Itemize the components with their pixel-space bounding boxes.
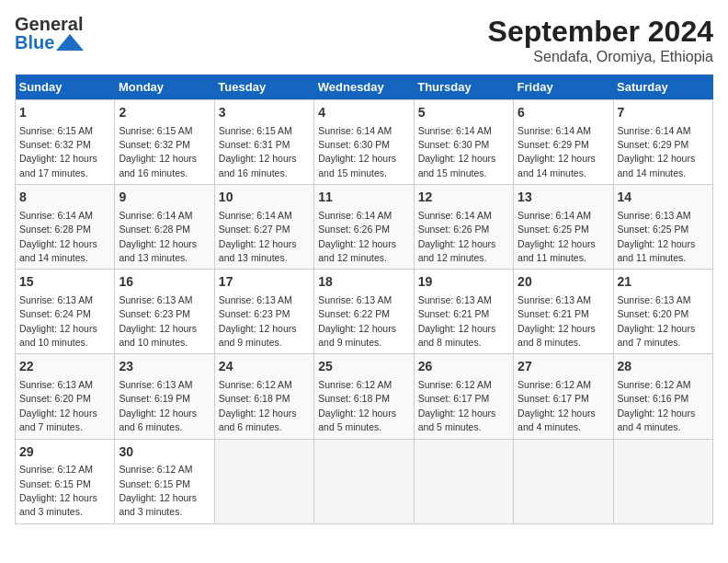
logo-general-text: General — [15, 15, 84, 33]
day-info: Sunrise: 6:12 AM Sunset: 6:16 PM Dayligh… — [618, 379, 696, 432]
calendar-cell: 24Sunrise: 6:12 AM Sunset: 6:18 PM Dayli… — [214, 354, 313, 439]
calendar-cell: 8Sunrise: 6:14 AM Sunset: 6:28 PM Daylig… — [16, 185, 115, 270]
calendar-cell: 28Sunrise: 6:12 AM Sunset: 6:16 PM Dayli… — [613, 354, 712, 439]
logo-icon — [56, 34, 84, 51]
calendar-cell: 10Sunrise: 6:14 AM Sunset: 6:27 PM Dayli… — [214, 185, 313, 270]
day-number: 5 — [418, 104, 509, 122]
day-number: 27 — [518, 358, 609, 376]
calendar-cell: 27Sunrise: 6:12 AM Sunset: 6:17 PM Dayli… — [514, 354, 613, 439]
day-info: Sunrise: 6:12 AM Sunset: 6:18 PM Dayligh… — [318, 379, 396, 432]
calendar-cell — [414, 439, 513, 523]
calendar-week-1: 1Sunrise: 6:15 AM Sunset: 6:32 PM Daylig… — [16, 100, 713, 185]
calendar-cell — [613, 439, 712, 523]
day-number: 30 — [119, 443, 210, 462]
day-info: Sunrise: 6:14 AM Sunset: 6:29 PM Dayligh… — [518, 125, 596, 178]
calendar-cell: 9Sunrise: 6:14 AM Sunset: 6:28 PM Daylig… — [115, 185, 214, 270]
calendar-week-3: 15Sunrise: 6:13 AM Sunset: 6:24 PM Dayli… — [16, 270, 713, 354]
day-info: Sunrise: 6:15 AM Sunset: 6:32 PM Dayligh… — [19, 125, 97, 178]
day-info: Sunrise: 6:12 AM Sunset: 6:18 PM Dayligh… — [219, 379, 297, 432]
day-info: Sunrise: 6:13 AM Sunset: 6:25 PM Dayligh… — [618, 210, 696, 263]
calendar-cell: 7Sunrise: 6:14 AM Sunset: 6:29 PM Daylig… — [613, 100, 712, 185]
calendar-cell: 30Sunrise: 6:12 AM Sunset: 6:15 PM Dayli… — [115, 439, 214, 523]
day-number: 21 — [618, 273, 709, 292]
day-number: 15 — [19, 273, 110, 292]
calendar-cell: 22Sunrise: 6:13 AM Sunset: 6:20 PM Dayli… — [16, 354, 115, 439]
day-info: Sunrise: 6:12 AM Sunset: 6:17 PM Dayligh… — [518, 379, 596, 432]
calendar-cell: 3Sunrise: 6:15 AM Sunset: 6:31 PM Daylig… — [214, 100, 313, 185]
page-title: September 2024 — [488, 15, 713, 49]
day-number: 4 — [318, 104, 409, 122]
calendar-cell — [214, 439, 313, 523]
col-header-wednesday: Wednesday — [314, 75, 414, 100]
day-info: Sunrise: 6:15 AM Sunset: 6:31 PM Dayligh… — [219, 125, 297, 178]
day-number: 11 — [318, 189, 409, 207]
calendar-cell: 21Sunrise: 6:13 AM Sunset: 6:20 PM Dayli… — [613, 270, 712, 354]
day-number: 20 — [518, 273, 609, 292]
logo-name: General Blue — [15, 15, 84, 52]
day-info: Sunrise: 6:13 AM Sunset: 6:21 PM Dayligh… — [418, 294, 496, 348]
day-number: 29 — [19, 443, 110, 462]
calendar-cell: 12Sunrise: 6:14 AM Sunset: 6:26 PM Dayli… — [414, 185, 513, 270]
day-number: 2 — [119, 104, 210, 122]
day-number: 17 — [219, 273, 310, 292]
col-header-saturday: Saturday — [613, 75, 712, 100]
day-info: Sunrise: 6:13 AM Sunset: 6:23 PM Dayligh… — [219, 294, 297, 348]
day-number: 24 — [219, 358, 310, 376]
day-info: Sunrise: 6:14 AM Sunset: 6:28 PM Dayligh… — [19, 210, 97, 263]
calendar-cell: 25Sunrise: 6:12 AM Sunset: 6:18 PM Dayli… — [314, 354, 414, 439]
day-number: 23 — [119, 358, 210, 376]
day-number: 7 — [618, 104, 709, 122]
calendar-cell: 2Sunrise: 6:15 AM Sunset: 6:32 PM Daylig… — [115, 100, 214, 185]
day-info: Sunrise: 6:13 AM Sunset: 6:19 PM Dayligh… — [119, 379, 197, 432]
title-block: September 2024 Sendafa, Oromiya, Ethiopi… — [488, 15, 713, 65]
day-number: 6 — [518, 104, 609, 122]
day-info: Sunrise: 6:14 AM Sunset: 6:27 PM Dayligh… — [219, 210, 297, 263]
calendar-cell: 29Sunrise: 6:12 AM Sunset: 6:15 PM Dayli… — [16, 439, 115, 523]
day-info: Sunrise: 6:13 AM Sunset: 6:20 PM Dayligh… — [618, 294, 696, 348]
day-info: Sunrise: 6:13 AM Sunset: 6:23 PM Dayligh… — [119, 294, 197, 348]
day-number: 25 — [318, 358, 409, 376]
day-info: Sunrise: 6:14 AM Sunset: 6:26 PM Dayligh… — [318, 210, 396, 263]
day-info: Sunrise: 6:13 AM Sunset: 6:24 PM Dayligh… — [19, 294, 97, 348]
col-header-monday: Monday — [115, 75, 214, 100]
calendar-cell: 20Sunrise: 6:13 AM Sunset: 6:21 PM Dayli… — [514, 270, 613, 354]
calendar-cell: 6Sunrise: 6:14 AM Sunset: 6:29 PM Daylig… — [514, 100, 613, 185]
calendar-cell: 19Sunrise: 6:13 AM Sunset: 6:21 PM Dayli… — [414, 270, 513, 354]
calendar-table: SundayMondayTuesdayWednesdayThursdayFrid… — [15, 75, 713, 524]
day-number: 13 — [518, 189, 609, 207]
calendar-cell: 13Sunrise: 6:14 AM Sunset: 6:25 PM Dayli… — [514, 185, 613, 270]
calendar-week-4: 22Sunrise: 6:13 AM Sunset: 6:20 PM Dayli… — [16, 354, 713, 439]
day-info: Sunrise: 6:12 AM Sunset: 6:15 PM Dayligh… — [19, 464, 97, 517]
calendar-cell: 1Sunrise: 6:15 AM Sunset: 6:32 PM Daylig… — [16, 100, 115, 185]
day-number: 26 — [418, 358, 509, 376]
day-number: 19 — [418, 273, 509, 292]
day-number: 22 — [19, 358, 110, 376]
day-number: 16 — [119, 273, 210, 292]
day-info: Sunrise: 6:12 AM Sunset: 6:15 PM Dayligh… — [119, 464, 197, 517]
day-number: 14 — [618, 189, 709, 207]
calendar-cell: 11Sunrise: 6:14 AM Sunset: 6:26 PM Dayli… — [314, 185, 414, 270]
day-number: 28 — [618, 358, 709, 376]
col-header-friday: Friday — [514, 75, 613, 100]
col-header-sunday: Sunday — [16, 75, 115, 100]
day-info: Sunrise: 6:15 AM Sunset: 6:32 PM Dayligh… — [119, 125, 197, 178]
day-number: 18 — [318, 273, 409, 292]
day-number: 8 — [19, 189, 110, 207]
day-info: Sunrise: 6:14 AM Sunset: 6:26 PM Dayligh… — [418, 210, 496, 263]
page-subtitle: Sendafa, Oromiya, Ethiopia — [488, 49, 713, 65]
calendar-cell: 16Sunrise: 6:13 AM Sunset: 6:23 PM Dayli… — [115, 270, 214, 354]
day-info: Sunrise: 6:14 AM Sunset: 6:30 PM Dayligh… — [318, 125, 396, 178]
day-info: Sunrise: 6:12 AM Sunset: 6:17 PM Dayligh… — [418, 379, 496, 432]
calendar-cell: 15Sunrise: 6:13 AM Sunset: 6:24 PM Dayli… — [16, 270, 115, 354]
logo-blue-text: Blue — [15, 33, 54, 52]
day-info: Sunrise: 6:13 AM Sunset: 6:22 PM Dayligh… — [318, 294, 396, 348]
day-number: 1 — [19, 104, 110, 122]
calendar-week-5: 29Sunrise: 6:12 AM Sunset: 6:15 PM Dayli… — [16, 439, 713, 523]
day-info: Sunrise: 6:14 AM Sunset: 6:30 PM Dayligh… — [418, 125, 496, 178]
calendar-cell — [514, 439, 613, 523]
calendar-header-row: SundayMondayTuesdayWednesdayThursdayFrid… — [16, 75, 713, 100]
svg-marker-0 — [56, 34, 84, 51]
day-number: 12 — [418, 189, 509, 207]
day-info: Sunrise: 6:14 AM Sunset: 6:29 PM Dayligh… — [618, 125, 696, 178]
page-header: General Blue September 2024 Sendafa, Oro… — [15, 15, 713, 65]
